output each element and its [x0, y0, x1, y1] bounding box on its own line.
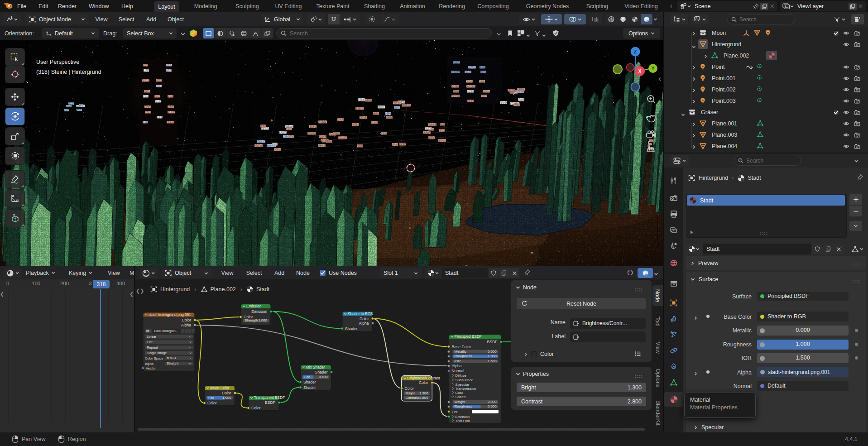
- svg-text:sRGB: sRGB: [167, 356, 176, 360]
- svg-text:stadt-hintergrund.png.001: stadt-hintergrund.png.001: [149, 313, 191, 317]
- svg-text:Straight: Straight: [167, 361, 179, 365]
- svg-text:2.800: 2.800: [419, 396, 428, 400]
- svg-text:Brightness/Contrast: Brightness/Contrast: [408, 376, 441, 380]
- svg-text:Metallic: Metallic: [455, 350, 467, 354]
- svg-text:Coat: Coat: [456, 391, 463, 395]
- svg-text:0.000: 0.000: [488, 400, 497, 404]
- svg-text:BSDF: BSDF: [487, 340, 498, 344]
- svg-text:Base Color: Base Color: [452, 345, 471, 349]
- svg-text:stadt-hintergrun...: stadt-hintergrun...: [154, 329, 178, 333]
- svg-text:Weight: Weight: [455, 400, 466, 404]
- svg-text:1.000: 1.000: [488, 354, 497, 358]
- svg-text:Single Image: Single Image: [147, 351, 167, 355]
- svg-text:Invert Color: Invert Color: [210, 386, 230, 390]
- svg-text:1.500: 1.500: [488, 359, 497, 363]
- svg-text:1.000: 1.000: [222, 396, 231, 400]
- svg-text:X: X: [638, 69, 642, 74]
- svg-text:Shader to RGB: Shader to RGB: [348, 312, 373, 316]
- svg-text:Color: Color: [405, 386, 414, 391]
- svg-text:Color: Color: [222, 391, 231, 395]
- svg-text:Diffuse: Diffuse: [456, 374, 466, 378]
- svg-text:Alpha: Alpha: [145, 362, 154, 366]
- svg-text:Emission: Emission: [251, 309, 267, 314]
- svg-text:0.500: 0.500: [488, 404, 497, 408]
- svg-text:Linear: Linear: [147, 335, 157, 339]
- svg-text:Emission: Emission: [456, 415, 470, 419]
- svg-text:BSDF: BSDF: [265, 400, 275, 405]
- svg-text:0.500: 0.500: [319, 375, 328, 379]
- svg-text:Sheen: Sheen: [456, 395, 466, 399]
- svg-text:Normal: Normal: [452, 369, 465, 373]
- svg-text:Color: Color: [419, 380, 428, 385]
- svg-text:Color Space: Color Space: [145, 356, 163, 360]
- svg-text:Y: Y: [652, 66, 655, 71]
- svg-text:Shader: Shader: [303, 385, 316, 390]
- svg-text:Shader: Shader: [315, 370, 328, 374]
- svg-text:IOR: IOR: [455, 359, 461, 363]
- svg-text:Shader: Shader: [345, 326, 358, 331]
- svg-text:Principled BSDF: Principled BSDF: [455, 335, 482, 339]
- svg-text:Color: Color: [207, 401, 217, 405]
- svg-text:1.300: 1.300: [419, 391, 428, 395]
- svg-text:Alpha: Alpha: [359, 321, 369, 326]
- svg-text:Color: Color: [182, 318, 191, 322]
- svg-text:Color: Color: [251, 406, 261, 410]
- svg-text:Fac: Fac: [208, 396, 214, 400]
- svg-text:Transmission: Transmission: [456, 387, 476, 391]
- svg-text:Bright: Bright: [406, 391, 415, 395]
- svg-text:Roughness: Roughness: [455, 354, 473, 358]
- svg-text:Shader: Shader: [303, 380, 316, 384]
- svg-text:Flat: Flat: [147, 340, 153, 344]
- svg-text:0.000: 0.000: [488, 350, 497, 354]
- svg-text:1.000: 1.000: [258, 318, 267, 322]
- svg-text:Mix Shader: Mix Shader: [306, 365, 325, 369]
- svg-text:Tint: Tint: [452, 410, 458, 414]
- svg-text:Vector: Vector: [146, 366, 156, 370]
- svg-text:Fac: Fac: [304, 375, 310, 379]
- svg-text:Specular: Specular: [456, 383, 470, 387]
- svg-text:Alpha: Alpha: [181, 323, 191, 327]
- svg-text:Color: Color: [360, 317, 369, 321]
- svg-text:Strength: Strength: [245, 318, 258, 322]
- svg-text:Subsurface: Subsurface: [456, 378, 473, 382]
- svg-text:Alpha: Alpha: [452, 364, 462, 368]
- svg-text:Roughness: Roughness: [455, 404, 473, 408]
- svg-text:Repeat: Repeat: [147, 345, 158, 350]
- svg-text:Contrast: Contrast: [406, 396, 419, 400]
- svg-text:Transparent BSDF: Transparent BSDF: [254, 396, 285, 400]
- svg-text:Z: Z: [634, 49, 637, 54]
- svg-text:Emission: Emission: [246, 304, 262, 308]
- svg-text:Thin Film: Thin Film: [456, 419, 470, 423]
